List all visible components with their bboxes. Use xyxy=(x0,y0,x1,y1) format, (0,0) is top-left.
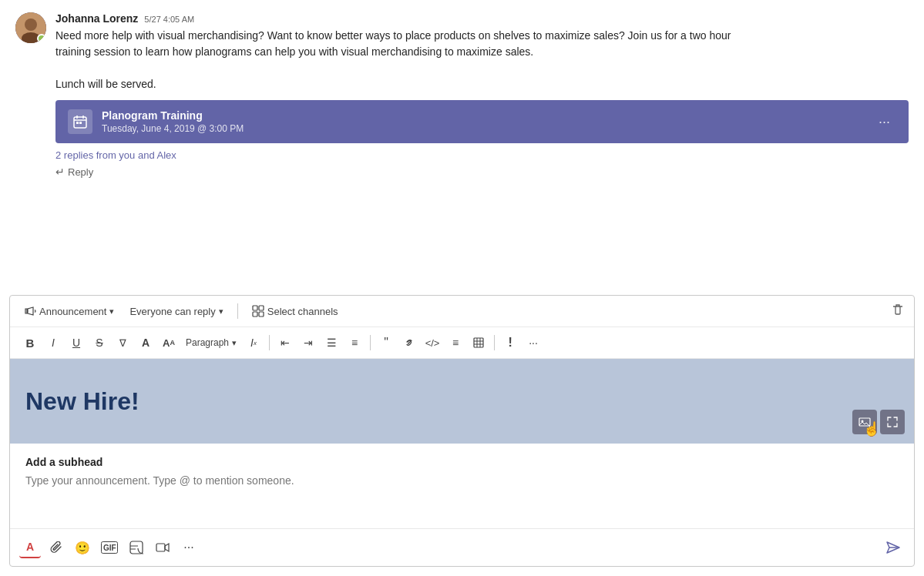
header-expand-button[interactable] xyxy=(880,410,905,434)
reply-mode-chevron: ▾ xyxy=(219,306,223,316)
emoji-button[interactable]: 🙂 xyxy=(72,537,93,558)
clear-format-button[interactable]: Ix xyxy=(243,332,264,353)
svg-rect-7 xyxy=(76,122,79,124)
underline-button[interactable]: U xyxy=(66,332,87,353)
reply-label: Reply xyxy=(68,166,93,178)
select-channels-icon xyxy=(252,305,264,317)
svg-rect-25 xyxy=(156,544,165,551)
svg-rect-13 xyxy=(474,338,483,347)
quote-button[interactable]: " xyxy=(375,332,397,353)
paragraph-chevron: ▾ xyxy=(232,338,237,348)
sender-name: Johanna Lorenz xyxy=(55,12,138,25)
indent-left-button[interactable]: ⇤ xyxy=(274,332,296,353)
message-header: Johanna Lorenz 5/27 4:05 AM xyxy=(55,12,909,25)
strikethrough-button[interactable]: S xyxy=(89,332,110,353)
svg-rect-11 xyxy=(253,312,257,316)
announcement-title[interactable]: New Hire! xyxy=(25,387,139,416)
compose-toolbar-top: Announcement ▾ Everyone can reply ▾ Sele… xyxy=(10,296,914,327)
paragraph-style-dropdown[interactable]: Paragraph ▾ xyxy=(181,336,241,350)
fmt-separator-1 xyxy=(269,335,270,350)
svg-rect-12 xyxy=(259,312,264,316)
subhead-placeholder[interactable]: Add a subhead xyxy=(25,456,899,468)
discard-button[interactable] xyxy=(891,303,905,320)
paragraph-label: Paragraph xyxy=(186,337,229,348)
font-color-bottom-button[interactable]: A xyxy=(19,537,41,558)
fmt-separator-2 xyxy=(370,335,371,350)
numbered-list-button[interactable]: ≡ xyxy=(344,332,365,353)
link-button[interactable] xyxy=(398,332,420,353)
compose-bottom-toolbar: A 🙂 GIF ··· xyxy=(10,528,914,566)
header-actions: ☝ xyxy=(852,410,905,434)
compose-container: Announcement ▾ Everyone can reply ▾ Sele… xyxy=(9,295,915,567)
bullet-list-button[interactable]: ☰ xyxy=(321,332,342,353)
announcement-editor[interactable]: New Hire! ☝ Add a subhead xyxy=(10,359,914,528)
message-content: Johanna Lorenz 5/27 4:05 AM Need more he… xyxy=(55,12,909,178)
italic-button[interactable]: I xyxy=(42,332,64,353)
announcement-dropdown[interactable]: Announcement ▾ xyxy=(19,302,119,320)
avatar xyxy=(15,12,46,43)
attach-button[interactable] xyxy=(45,537,67,558)
online-badge xyxy=(37,34,46,43)
reply-mode-dropdown[interactable]: Everyone can reply ▾ xyxy=(125,303,227,320)
more-bottom-button[interactable]: ··· xyxy=(178,537,200,558)
event-datetime: Tuesday, June 4, 2019 @ 3:00 PM xyxy=(102,123,863,134)
font-size-button[interactable]: AA xyxy=(158,332,180,353)
announcement-chevron: ▾ xyxy=(109,306,114,316)
select-channels-label: Select channels xyxy=(267,306,338,317)
send-button[interactable] xyxy=(880,535,905,560)
replies-link[interactable]: 2 replies from you and Alex xyxy=(55,149,909,161)
chat-area: Johanna Lorenz 5/27 4:05 AM Need more he… xyxy=(0,0,924,295)
event-more-button[interactable]: ··· xyxy=(872,111,896,133)
svg-rect-8 xyxy=(79,122,82,124)
event-title: Planogram Training xyxy=(102,109,863,122)
announcement-body[interactable]: Add a subhead Type your announcement. Ty… xyxy=(10,444,914,499)
reply-arrow-icon: ↵ xyxy=(55,166,65,178)
cursor-icon: ☝ xyxy=(863,420,880,437)
body-placeholder[interactable]: Type your announcement. Type @ to mentio… xyxy=(25,474,899,487)
sticker-button[interactable] xyxy=(126,537,147,558)
announcement-header-section[interactable]: New Hire! ☝ xyxy=(10,359,914,444)
fmt-separator-3 xyxy=(494,335,495,350)
svg-rect-22 xyxy=(130,541,143,554)
exclamation-button[interactable]: ! xyxy=(499,332,521,353)
message-time: 5/27 4:05 AM xyxy=(144,15,194,24)
announcement-icon xyxy=(24,305,36,317)
svg-rect-9 xyxy=(253,306,257,310)
event-info: Planogram Training Tuesday, June 4, 2019… xyxy=(102,109,863,134)
code-button[interactable]: </> xyxy=(422,332,443,353)
format-toolbar: B I U S ∇ A AA Paragraph ▾ Ix ⇤ ⇥ ☰ ≡ " … xyxy=(10,327,914,359)
header-image-button[interactable]: ☝ xyxy=(852,410,877,434)
reply-button[interactable]: ↵ Reply xyxy=(55,166,909,178)
align-button[interactable]: ≡ xyxy=(445,332,466,353)
select-channels-button[interactable]: Select channels xyxy=(247,302,343,320)
more-format-button[interactable]: ··· xyxy=(522,332,544,353)
event-card: Planogram Training Tuesday, June 4, 2019… xyxy=(55,100,909,143)
video-button[interactable] xyxy=(152,537,173,558)
bold-button[interactable]: B xyxy=(19,332,41,353)
font-color-button[interactable]: A xyxy=(135,332,156,353)
indent-right-button[interactable]: ⇥ xyxy=(297,332,319,353)
table-button[interactable] xyxy=(468,332,489,353)
svg-rect-10 xyxy=(259,306,264,310)
message-row: Johanna Lorenz 5/27 4:05 AM Need more he… xyxy=(15,12,909,178)
toolbar-separator-1 xyxy=(237,303,238,319)
gif-button[interactable]: GIF xyxy=(98,537,121,558)
svg-point-1 xyxy=(25,18,37,31)
message-text: Need more help with visual merchandising… xyxy=(55,28,909,92)
svg-text:GIF: GIF xyxy=(103,544,116,552)
reply-mode-label: Everyone can reply xyxy=(129,306,215,317)
event-calendar-icon xyxy=(68,109,92,134)
font-button[interactable]: ∇ xyxy=(112,332,133,353)
announcement-label: Announcement xyxy=(39,306,106,317)
